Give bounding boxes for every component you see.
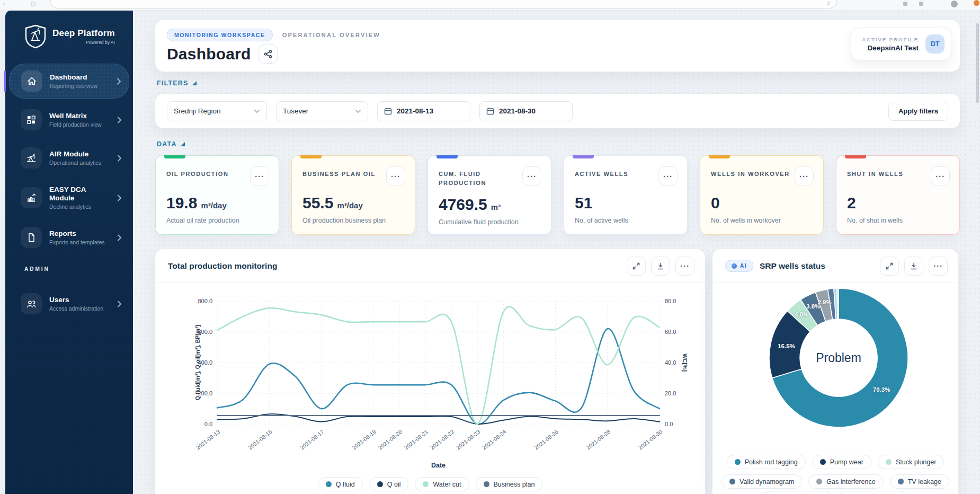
data-section-label[interactable]: DATA (157, 140, 185, 148)
more-icon (936, 172, 945, 181)
kpi-more-button[interactable] (250, 166, 269, 186)
nav-item-sublabel: Operational analytics (49, 160, 110, 166)
date-from-input[interactable]: 2021-08-13 (377, 101, 470, 121)
field-select[interactable]: Tusever (276, 101, 368, 121)
legend-item-business-plan[interactable]: Business plan (476, 477, 543, 491)
date-to-input[interactable]: 2021-08-30 (479, 101, 573, 121)
kpi-subtitle: Cumulative fluid production (439, 218, 541, 226)
filters-section-label[interactable]: FILTERS (157, 80, 197, 87)
avatar[interactable]: DT (925, 34, 945, 54)
sidebar-item-well-matrix[interactable]: Well Matrix Field production view (9, 103, 129, 137)
legend-item-pump-wear[interactable]: Pump wear (812, 455, 871, 469)
srp-status-panel: AI SRP wells status 70.3%16.5%4.0%3.8%2.… (712, 249, 958, 494)
app-subtitle: Powered by AI (52, 40, 115, 45)
home-icon (21, 70, 42, 92)
share-icon (264, 50, 272, 58)
browser-extension-colored-icon[interactable] (974, 0, 979, 6)
browser-extension-icon[interactable] (903, 2, 907, 6)
sidebar-item-air-module[interactable]: AIR Module Operational analytics (9, 141, 129, 175)
nav-item-label: Reports (49, 230, 110, 238)
download-button[interactable] (904, 257, 923, 276)
nav-item-label: Dashboard (50, 73, 109, 82)
legend-dot-icon (898, 479, 904, 484)
kpi-title: CUM. FLUID PRODUCTION (439, 170, 518, 187)
kpi-more-button[interactable] (795, 166, 814, 186)
kpi-title: OIL PRODUCTION (166, 170, 246, 179)
sidebar-item-dashboard[interactable]: Dashboard Reporting overview (9, 64, 129, 99)
svg-text:2021-08-15: 2021-08-15 (247, 428, 273, 451)
bookmark-star-icon[interactable] (826, 1, 831, 6)
more-options-button[interactable] (929, 257, 948, 276)
legend-item-stuck-plunger[interactable]: Stuck plunger (878, 455, 944, 469)
kpi-value: 2 (847, 194, 856, 212)
kpi-more-button[interactable] (386, 166, 405, 186)
sidebar: Deep Platform Powered by AI Dashboard Re… (5, 11, 133, 494)
browser-extension-icon[interactable] (919, 2, 923, 6)
more-icon (933, 261, 943, 270)
legend-item-q-fluid[interactable]: Q fluid (318, 477, 363, 491)
kpi-accent-bar (709, 155, 730, 158)
expand-button[interactable] (627, 257, 646, 276)
region-select[interactable]: Srednji Region (167, 101, 267, 121)
legend-pill-cutoff[interactable] (764, 491, 832, 494)
download-button[interactable] (651, 257, 670, 276)
kpi-accent-bar (845, 155, 866, 158)
workspace-badge[interactable]: MONITORING WORKSPACE (167, 29, 273, 41)
active-profile-card[interactable]: ACTIVE PROFILE DeepsinAI Test DT (851, 28, 951, 60)
admin-section-label: ADMIN (24, 266, 133, 272)
sidebar-item-users[interactable]: Users Access administration (9, 287, 129, 321)
kpi-value: 4769.5 (439, 196, 487, 214)
srp-donut-chart[interactable]: 70.3%16.5%4.0%3.8%2.9%Problem (712, 283, 958, 453)
kpi-more-button[interactable] (522, 166, 541, 186)
svg-text:2021-08-23: 2021-08-23 (455, 428, 482, 451)
more-icon (663, 172, 673, 181)
apply-filters-button[interactable]: Apply filters (888, 102, 948, 121)
legend-dot-icon (326, 481, 332, 487)
legend-pill-cutoff[interactable] (839, 491, 906, 494)
share-button[interactable] (259, 45, 278, 64)
kpi-more-button[interactable] (658, 166, 678, 186)
breadcrumb: MONITORING WORKSPACE OPERATIONAL OVERVIE… (167, 29, 380, 41)
svg-text:2021-08-20: 2021-08-20 (377, 428, 403, 451)
kpi-card-shut-in-wells: SHUT IN WELLS 2 No. of shut in wells (836, 155, 960, 235)
more-icon (255, 172, 264, 181)
more-icon (680, 261, 690, 270)
legend-item-q-oil[interactable]: Q oil (369, 477, 409, 491)
active-profile-name: DeepsinAI Test (867, 44, 919, 52)
kpi-card-oil-production: OIL PRODUCTION 19.8 m³/day Actual oil ra… (155, 155, 279, 235)
legend-item-gas-interference[interactable]: Gas interference (808, 474, 883, 489)
browser-back-icon[interactable] (3, 2, 8, 7)
grid-icon (21, 109, 42, 130)
filters-bar: Srednji Region Tusever 2021-08-13 2021-0… (155, 94, 960, 128)
nav-item-sublabel: Field production view (49, 121, 110, 128)
date-from-value: 2021-08-13 (397, 107, 433, 115)
chevron-right-icon (117, 155, 122, 162)
breadcrumb-item: OPERATIONAL OVERVIEW (282, 32, 380, 38)
kpi-subtitle: No. of active wells (575, 217, 678, 224)
svg-text:2021-08-24: 2021-08-24 (481, 428, 507, 451)
chevron-down-icon (355, 109, 361, 113)
browser-reload-icon[interactable] (31, 2, 35, 6)
legend-item-water-cut[interactable]: Water cut (415, 477, 469, 491)
sidebar-item-easy-dca-module[interactable]: EASY DCA Module Decline analytics (9, 179, 129, 216)
kpi-card-active-wells: ACTIVE WELLS 51 No. of active wells (564, 155, 688, 235)
svg-text:2021-08-30: 2021-08-30 (637, 428, 664, 451)
collapse-triangle-icon (181, 142, 185, 146)
kpi-value: 0 (711, 194, 720, 212)
production-line-chart[interactable]: 800.080.0600.060.0400.040.0200.020.00.00… (155, 281, 705, 494)
legend-item-polish-rod-tagging[interactable]: Polish rod tagging (727, 455, 806, 469)
sidebar-item-reports[interactable]: Reports Exports and templates (9, 220, 129, 254)
svg-text:Problem: Problem (816, 351, 861, 365)
kpi-more-button[interactable] (931, 166, 950, 186)
browser-address-bar[interactable] (50, 0, 837, 8)
more-options-button[interactable] (675, 257, 694, 276)
kpi-value: 51 (575, 194, 592, 212)
more-icon (527, 172, 537, 181)
legend-item-valid-dynamogram[interactable]: Valid dynamogram (721, 474, 802, 489)
browser-profile-avatar[interactable] (951, 1, 958, 7)
kpi-accent-bar (164, 155, 185, 158)
legend-item-tv-leakage[interactable]: TV leakage (890, 474, 949, 489)
expand-button[interactable] (880, 257, 899, 276)
production-chart-panel: Total production monitoring 800.080.0600… (155, 249, 705, 494)
page-scrollbar[interactable] (976, 23, 979, 103)
